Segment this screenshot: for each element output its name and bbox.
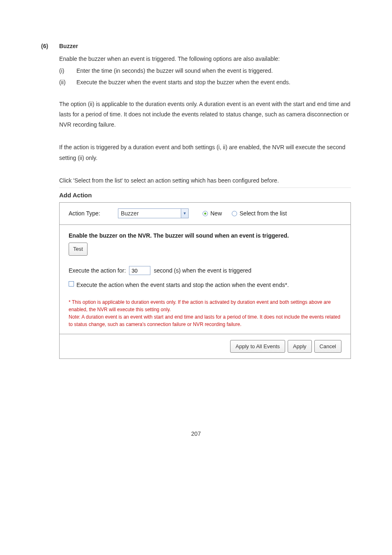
dialog: Action Type: Buzzer ▼ New Select from th… (59, 202, 351, 359)
section-number: (6) (41, 41, 59, 51)
duration-input[interactable] (129, 266, 150, 275)
radio-label: Select from the list (240, 208, 287, 219)
list-item: (i) Enter the time (in seconds) the buzz… (59, 66, 351, 76)
page-number: 207 (41, 429, 351, 439)
note-text: Note: A duration event is an event with … (69, 313, 341, 328)
enable-description: Enable the buzzer on the NVR. The buzzer… (69, 231, 341, 241)
section-header: (6) Buzzer (41, 41, 351, 51)
note-block: * This option is applicable to duration … (69, 298, 341, 328)
list-item: (ii) Execute the buzzer when the event s… (59, 77, 351, 88)
action-type-row: Action Type: Buzzer ▼ New Select from th… (60, 203, 350, 225)
radio-group: New Select from the list (203, 208, 287, 219)
paragraph: The option (ii) is applicable to the dur… (59, 99, 351, 130)
duration-suffix: second (s) when the event is triggered (154, 266, 251, 276)
note-text: * This option is applicable to duration … (69, 298, 341, 313)
chevron-down-icon[interactable]: ▼ (181, 209, 188, 218)
action-type-select[interactable]: Buzzer ▼ (118, 208, 189, 218)
execute-checkbox-row[interactable]: Execute the action when the event starts… (69, 280, 341, 290)
checkbox-label: Execute the action when the event starts… (76, 280, 289, 290)
test-button[interactable]: Test (69, 243, 88, 255)
paragraph: Click 'Select from the list' to select a… (59, 176, 351, 186)
section-title: Buzzer (59, 41, 78, 51)
radio-select-from-list[interactable]: Select from the list (232, 208, 287, 219)
list-text: Execute the buzzer when the event starts… (76, 77, 291, 88)
dialog-title: Add Action (59, 190, 351, 201)
radio-icon (232, 211, 237, 216)
radio-label: New (210, 208, 222, 219)
duration-row: Execute the action for: second (s) when … (69, 266, 341, 276)
apply-button[interactable]: Apply (288, 340, 312, 353)
intro-text: Enable the buzzer when an event is trigg… (59, 54, 351, 64)
cancel-button[interactable]: Cancel (314, 340, 341, 353)
list-text: Enter the time (in seconds) the buzzer w… (76, 66, 273, 76)
duration-prefix: Execute the action for: (69, 266, 126, 276)
dialog-footer: Apply to All Events Apply Cancel (60, 334, 350, 358)
list-marker: (ii) (59, 77, 76, 88)
select-value: Buzzer (118, 208, 181, 219)
dialog-body: Enable the buzzer on the NVR. The buzzer… (60, 225, 350, 334)
paragraph: If the action is triggered by a duration… (59, 142, 351, 163)
radio-new[interactable]: New (203, 208, 222, 219)
apply-all-events-button[interactable]: Apply to All Events (230, 340, 285, 353)
screenshot-panel: Add Action Action Type: Buzzer ▼ New Sel… (59, 187, 351, 359)
checkbox-icon[interactable] (69, 281, 74, 287)
radio-icon (203, 211, 208, 216)
list-marker: (i) (59, 66, 76, 76)
action-type-label: Action Type: (69, 208, 114, 219)
